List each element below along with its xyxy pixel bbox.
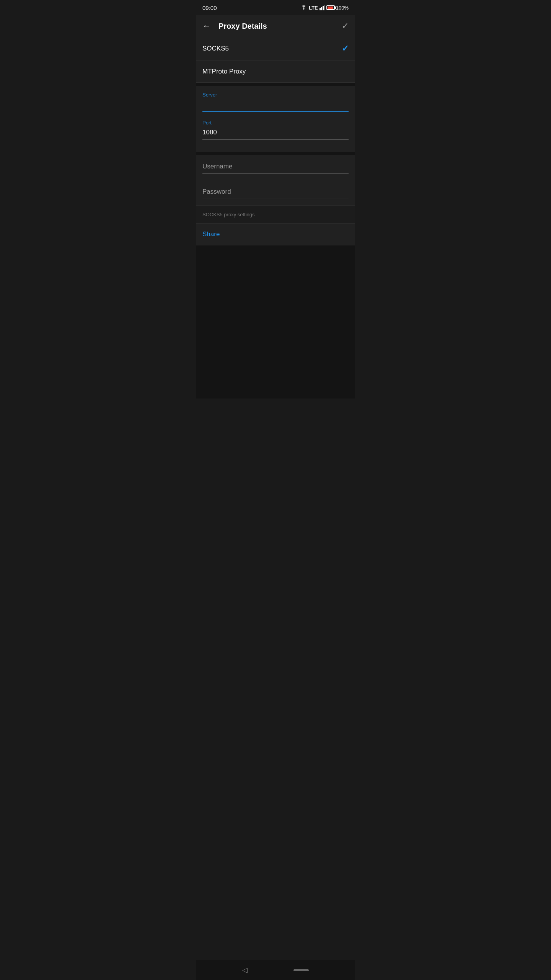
confirm-button[interactable]: ✓	[339, 18, 352, 34]
svg-rect-1	[321, 7, 322, 10]
server-input[interactable]	[202, 99, 349, 112]
server-label: Server	[202, 92, 349, 98]
content: SOCKS5 ✓ MTProto Proxy Server Port	[196, 37, 355, 399]
app-bar-title: Proxy Details	[218, 22, 339, 31]
credentials-divider	[196, 152, 355, 155]
svg-rect-0	[320, 8, 321, 10]
share-section[interactable]: Share	[196, 224, 355, 245]
section-divider	[196, 83, 355, 86]
svg-rect-2	[323, 6, 324, 10]
mtproto-option[interactable]: MTProto Proxy	[196, 61, 355, 83]
battery-container: 100%	[326, 5, 349, 11]
wifi-icon	[300, 5, 307, 10]
svg-rect-3	[324, 5, 325, 10]
socks5-label: SOCKS5	[202, 45, 229, 52]
check-icon: ✓	[342, 21, 349, 31]
battery-fill	[328, 7, 333, 9]
socks5-option[interactable]: SOCKS5 ✓	[196, 37, 355, 61]
lte-label: LTE	[309, 5, 318, 11]
share-label[interactable]: Share	[202, 230, 220, 238]
username-field	[196, 155, 355, 180]
status-time: 09:00	[202, 5, 217, 11]
battery-percent: 100%	[336, 5, 349, 11]
form-section: Server Port	[196, 86, 355, 152]
battery-icon	[326, 5, 335, 10]
port-label: Port	[202, 120, 349, 126]
port-input[interactable]	[202, 127, 349, 140]
footer-note: SOCKS5 proxy settings	[196, 206, 355, 224]
signal-icon	[320, 5, 325, 10]
status-icons: LTE 100%	[300, 5, 349, 11]
username-input[interactable]	[202, 161, 349, 174]
server-field: Server	[202, 89, 349, 112]
footer-note-text: SOCKS5 proxy settings	[202, 212, 255, 217]
back-arrow-icon: ←	[202, 21, 211, 31]
empty-space	[196, 245, 355, 399]
password-field	[196, 180, 355, 206]
mtproto-label: MTProto Proxy	[202, 68, 246, 75]
app-bar: ← Proxy Details ✓	[196, 15, 355, 37]
port-field: Port	[202, 115, 349, 140]
back-button[interactable]: ←	[199, 18, 214, 34]
status-bar: 09:00 LTE 100%	[196, 0, 355, 15]
password-input[interactable]	[202, 186, 349, 199]
socks5-selected-icon: ✓	[342, 44, 349, 54]
proxy-type-section: SOCKS5 ✓ MTProto Proxy	[196, 37, 355, 83]
